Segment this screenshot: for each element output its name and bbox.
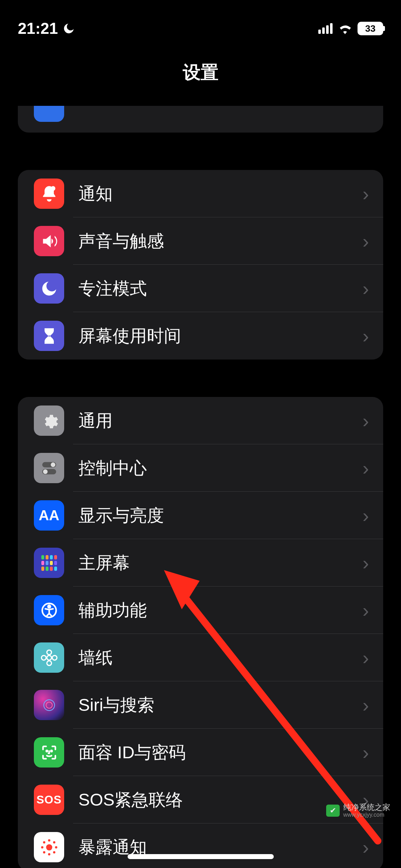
flower-icon — [34, 642, 64, 673]
row-siri[interactable]: Siri与搜索 › — [18, 681, 383, 729]
chevron-right-icon: › — [363, 505, 369, 527]
row-faceid[interactable]: 面容 ID与密码 › — [18, 729, 383, 776]
svg-point-19 — [41, 846, 43, 848]
svg-point-4 — [43, 469, 47, 474]
bell-icon — [34, 179, 64, 209]
row-label: 通知 — [78, 182, 363, 205]
partial-icon — [34, 106, 64, 122]
svg-point-20 — [55, 846, 57, 848]
battery-icon: 33 — [358, 22, 383, 35]
wifi-icon — [338, 23, 353, 34]
status-left: 21:21 — [18, 20, 75, 37]
row-exposure[interactable]: 暴露通知 › — [18, 823, 383, 868]
chevron-right-icon: › — [363, 457, 369, 479]
svg-point-6 — [48, 605, 50, 608]
chevron-right-icon: › — [363, 325, 369, 347]
row-label: Siri与搜索 — [78, 694, 363, 717]
row-home-screen[interactable]: 主屏幕 › — [18, 539, 383, 587]
svg-point-17 — [48, 839, 50, 842]
row-label: 显示与亮度 — [78, 504, 363, 527]
row-label: 通用 — [78, 409, 363, 432]
watermark-url: www.ycxjyy.com — [343, 812, 390, 818]
chevron-right-icon: › — [363, 230, 369, 252]
row-general[interactable]: 通用 › — [18, 397, 383, 444]
moon-icon — [34, 273, 64, 304]
exposure-icon — [34, 832, 64, 862]
svg-point-21 — [43, 841, 45, 843]
chevron-right-icon: › — [363, 599, 369, 621]
row-label: 屏幕使用时间 — [78, 325, 363, 347]
svg-point-7 — [47, 655, 51, 660]
chevron-right-icon: › — [363, 410, 369, 432]
row-label: SOS紧急联络 — [78, 789, 363, 811]
siri-icon — [34, 690, 64, 720]
svg-point-0 — [51, 186, 55, 191]
app-grid-icon — [34, 548, 64, 578]
settings-group-2: 通用 › 控制中心 › AA 显示与亮度 › 主屏幕 › 辅助功能 › — [18, 397, 383, 868]
battery-percentage: 33 — [365, 23, 376, 34]
gear-icon — [34, 405, 64, 436]
svg-point-15 — [51, 750, 52, 751]
hourglass-icon — [34, 321, 64, 351]
row-screentime[interactable]: 屏幕使用时间 › — [18, 312, 383, 360]
sos-icon: SOS — [34, 785, 64, 815]
status-bar: 21:21 33 — [0, 0, 401, 50]
row-label: 主屏幕 — [78, 552, 363, 574]
settings-group-1: 通知 › 声音与触感 › 专注模式 › 屏幕使用时间 › — [18, 170, 383, 360]
moon-icon — [62, 22, 75, 35]
svg-point-12 — [43, 699, 54, 710]
svg-point-16 — [46, 844, 52, 850]
partial-group-above — [18, 106, 383, 133]
chevron-right-icon: › — [363, 647, 369, 669]
toggles-icon — [34, 453, 64, 483]
row-label: 专注模式 — [78, 277, 363, 300]
status-right: 33 — [318, 22, 383, 35]
chevron-right-icon: › — [363, 836, 369, 858]
row-label: 墙纸 — [78, 646, 363, 669]
chevron-right-icon: › — [363, 694, 369, 716]
row-label: 控制中心 — [78, 457, 363, 480]
accessibility-icon — [34, 595, 64, 625]
row-sounds[interactable]: 声音与触感 › — [18, 217, 383, 265]
svg-point-10 — [41, 655, 46, 660]
svg-point-14 — [46, 750, 47, 751]
svg-point-23 — [43, 851, 45, 853]
row-label: 面容 ID与密码 — [78, 741, 363, 764]
page-title: 设置 — [0, 50, 401, 106]
svg-point-22 — [53, 841, 55, 843]
chevron-right-icon: › — [363, 278, 369, 300]
svg-point-8 — [47, 650, 51, 655]
row-label: 声音与触感 — [78, 230, 363, 253]
row-control-center[interactable]: 控制中心 › — [18, 444, 383, 492]
svg-point-24 — [53, 851, 55, 853]
status-time: 21:21 — [18, 20, 58, 37]
home-indicator[interactable] — [128, 854, 274, 859]
svg-point-11 — [52, 655, 57, 660]
chevron-right-icon: › — [363, 183, 369, 205]
cellular-icon — [318, 23, 333, 34]
row-label: 辅助功能 — [78, 599, 363, 622]
watermark: ✔ 纯净系统之家 www.ycxjyy.com — [326, 803, 390, 818]
speaker-icon — [34, 226, 64, 256]
row-accessibility[interactable]: 辅助功能 › — [18, 587, 383, 634]
svg-point-13 — [46, 702, 52, 708]
svg-point-9 — [47, 661, 51, 665]
faceid-icon — [34, 737, 64, 768]
svg-point-18 — [48, 853, 50, 856]
text-size-icon: AA — [34, 500, 64, 531]
watermark-text: 纯净系统之家 — [343, 803, 390, 812]
svg-point-2 — [51, 462, 55, 467]
chevron-right-icon: › — [363, 552, 369, 574]
row-notifications[interactable]: 通知 › — [18, 170, 383, 217]
watermark-badge: ✔ — [326, 805, 340, 817]
row-wallpaper[interactable]: 墙纸 › — [18, 634, 383, 681]
chevron-right-icon: › — [363, 742, 369, 764]
row-focus[interactable]: 专注模式 › — [18, 265, 383, 312]
row-display[interactable]: AA 显示与亮度 › — [18, 492, 383, 539]
